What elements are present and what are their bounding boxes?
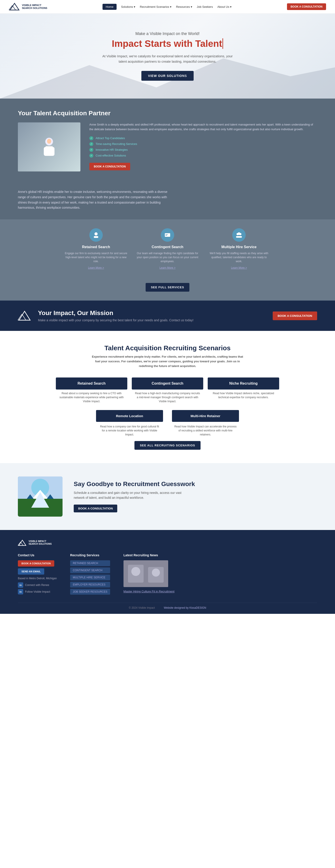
svg-point-8 bbox=[94, 232, 97, 236]
service-multiple: Multiple Hire Service We'll help you fil… bbox=[208, 228, 270, 270]
scenario-multihire-card[interactable]: Multi-Hire Retainer bbox=[172, 410, 239, 422]
multiple-link[interactable]: Learn More > bbox=[231, 266, 247, 269]
footer-linkedin-renee[interactable]: in Connect with Renee bbox=[18, 582, 57, 588]
footer-service-contingent[interactable]: CONTINGENT SEARCH bbox=[70, 567, 110, 573]
scenarios-section: Talent Acquisition Recruiting Scenarios … bbox=[0, 331, 335, 463]
svg-rect-16 bbox=[236, 236, 242, 238]
mission-heading: Your Impact, Our Mission bbox=[38, 309, 193, 317]
multiple-desc: We'll help you fill staffing needs as th… bbox=[208, 251, 270, 263]
footer-contact-heading: Contact Us bbox=[18, 553, 57, 557]
talent-image bbox=[18, 122, 80, 172]
footer-location: Based in Metro Detroit, Michigan bbox=[18, 576, 57, 581]
nav-about-us[interactable]: About Us ▾ bbox=[217, 5, 231, 8]
service-retained: Retained Search Engage our firm to exclu… bbox=[65, 228, 127, 270]
scenario-remote-card[interactable]: Remote Location bbox=[96, 410, 163, 422]
about-extended: Anne's global HR insights enable her to … bbox=[0, 183, 335, 219]
card-icon bbox=[164, 232, 171, 238]
scenario-col-remote: Remote Location Read how a company can h… bbox=[96, 410, 163, 437]
nav-recruitment-scenarios[interactable]: Recruitment Scenarios ▾ bbox=[140, 5, 171, 8]
person-icon bbox=[93, 232, 100, 238]
footer-logo-icon bbox=[18, 539, 27, 547]
svg-point-15 bbox=[238, 232, 240, 235]
feature-1: ✓ Attract Top Candidates bbox=[89, 136, 317, 140]
footer-email-btn[interactable]: SEND AN EMAIL bbox=[18, 568, 44, 575]
logo-text: VISIBLE IMPACT SEARCH SOLUTIONS bbox=[22, 4, 47, 9]
nav-solutions[interactable]: Solutions ▾ bbox=[121, 5, 135, 8]
logo[interactable]: VISIBLE IMPACT SEARCH SOLUTIONS bbox=[9, 2, 47, 11]
hero-title: Impact Starts with Talent bbox=[45, 38, 290, 49]
nav-home[interactable]: Home bbox=[103, 4, 117, 10]
news-image-placeholder bbox=[123, 560, 168, 587]
news-photo-placeholder bbox=[123, 560, 168, 587]
svg-rect-7 bbox=[46, 146, 53, 147]
scenario-niche-desc: Read how Visible Impact delivers niche, … bbox=[208, 391, 279, 399]
retained-title: Retained Search bbox=[65, 245, 127, 249]
retained-desc: Engage our firm to exclusively search fo… bbox=[65, 251, 127, 263]
guesswork-right: Say Goodbye to Recruitment Guesswork Sch… bbox=[74, 480, 195, 513]
hero-section: Make a Visible Impact on the World! Impa… bbox=[0, 13, 335, 98]
nav-resources[interactable]: Resources ▾ bbox=[176, 5, 192, 8]
service-contingent: Contingent Search Our team will manage f… bbox=[136, 228, 199, 270]
footer-services-heading: Recruiting Services bbox=[70, 553, 110, 557]
guesswork-cta-button[interactable]: BOOK A CONSULTATION bbox=[74, 504, 117, 513]
services-row: Retained Search Engage our firm to exclu… bbox=[0, 219, 335, 278]
see-all-scenarios-button[interactable]: SEE ALL RECRUITING SCENARIOS bbox=[135, 441, 200, 450]
about-extended-text: Anne's global HR insights enable her to … bbox=[18, 189, 174, 211]
talent-features: ✓ Attract Top Candidates ✓ Time-saving R… bbox=[89, 136, 317, 158]
footer-contact-col: Contact Us BOOK A CONSULTATION SEND AN E… bbox=[18, 553, 57, 596]
feature-1-icon: ✓ bbox=[89, 136, 93, 140]
feature-3-icon: ✓ bbox=[89, 148, 93, 152]
scenarios-top-row: Retained Search Read about a company see… bbox=[18, 377, 317, 403]
scenario-retained-card[interactable]: Retained Search bbox=[56, 377, 127, 390]
footer-book-btn[interactable]: BOOK A CONSULTATION bbox=[18, 560, 54, 566]
scenario-remote-desc: Read how a company can hire for good cul… bbox=[96, 425, 163, 437]
group-icon bbox=[235, 232, 242, 238]
guesswork-section: Say Goodbye to Recruitment Guesswork Sch… bbox=[0, 463, 335, 530]
footer-logo[interactable]: VISIBLE IMPACT SEARCH SOLUTIONS bbox=[18, 539, 317, 547]
footer-service-retained[interactable]: RETAINED SEARCH bbox=[70, 560, 110, 566]
footer-bottom: © 2024 Visible Impact Website designed b… bbox=[18, 603, 317, 609]
see-all-wrap: SEE ALL RECRUITING SCENARIOS bbox=[18, 441, 317, 450]
scenario-contingent-card[interactable]: Contingent Search bbox=[132, 377, 203, 390]
feature-2-icon: ✓ bbox=[89, 142, 93, 146]
scenario-col-niche: Niche Recruiting Read how Visible Impact… bbox=[208, 377, 279, 403]
footer-service-jobseeker[interactable]: JOB SEEKER RESOURCES bbox=[70, 589, 110, 595]
footer-service-employer[interactable]: EMPLOYER RESOURCES bbox=[70, 582, 110, 588]
nav-cta-button[interactable]: BOOK A CONSULTATION bbox=[287, 3, 326, 10]
talent-consult-button[interactable]: BOOK A CONSULTATION bbox=[89, 163, 130, 170]
retained-link[interactable]: Learn More > bbox=[88, 266, 104, 269]
scenario-niche-card[interactable]: Niche Recruiting bbox=[208, 377, 279, 390]
mission-cta-button[interactable]: BOOK A CONSULTATION bbox=[273, 311, 317, 320]
multiple-icon bbox=[232, 228, 246, 242]
footer-service-multiple[interactable]: MULTIPLE HIRE SERVICE bbox=[70, 575, 110, 580]
navigation: VISIBLE IMPACT SEARCH SOLUTIONS Home Sol… bbox=[0, 0, 335, 13]
scenario-retained-desc: Read about a company seeking to hire a C… bbox=[56, 391, 127, 403]
footer-news-col: Latest Recruiting News Master Hiring Cul… bbox=[123, 553, 174, 596]
talent-heading: Your Talent Acquisition Partner bbox=[18, 110, 317, 117]
feature-4: ✓ Cost-effective Solutions bbox=[89, 154, 317, 158]
mission-desc: Make a visible impact with your company … bbox=[38, 318, 193, 322]
svg-point-32 bbox=[152, 568, 160, 577]
contingent-desc: Our team will manage finding the right c… bbox=[136, 251, 199, 263]
footer-linkedin-visible[interactable]: in Follow Visible Impact bbox=[18, 589, 57, 594]
footer-logo-text: VISIBLE IMPACT SEARCH SOLUTIONS bbox=[29, 540, 52, 546]
nav-job-seekers[interactable]: Job Seekers bbox=[197, 5, 213, 8]
feature-4-icon: ✓ bbox=[89, 154, 93, 158]
scenario-col-retained: Retained Search Read about a company see… bbox=[56, 377, 127, 403]
talent-bio: Anne Smith is a deeply empathetic and sk… bbox=[89, 122, 317, 132]
svg-rect-9 bbox=[94, 236, 98, 238]
nav-links: Home Solutions ▾ Recruitment Scenarios ▾… bbox=[103, 4, 231, 10]
scenarios-intro: Experience recruitment where people trul… bbox=[89, 354, 246, 368]
contingent-link[interactable]: Learn More > bbox=[160, 266, 175, 269]
linkedin-icon-1: in bbox=[18, 582, 23, 588]
mission-logo-icon bbox=[18, 310, 31, 321]
guesswork-heading: Say Goodbye to Recruitment Guesswork bbox=[74, 480, 195, 488]
footer-news-image bbox=[123, 560, 168, 587]
hero-cta-button[interactable]: VIEW OUR SOLUTIONS bbox=[141, 71, 194, 81]
footer-designer-link[interactable]: Website designed by KissaDESIGN bbox=[164, 606, 206, 609]
see-full-services-button[interactable]: SEE FULL SERVICES bbox=[146, 283, 190, 292]
mission-text: Your Impact, Our Mission Make a visible … bbox=[38, 309, 193, 322]
svg-point-6 bbox=[47, 139, 51, 144]
footer-news-link[interactable]: Master Hiring Culture Fit in Recruitment bbox=[123, 590, 174, 593]
linkedin-icon-2: in bbox=[18, 589, 23, 594]
